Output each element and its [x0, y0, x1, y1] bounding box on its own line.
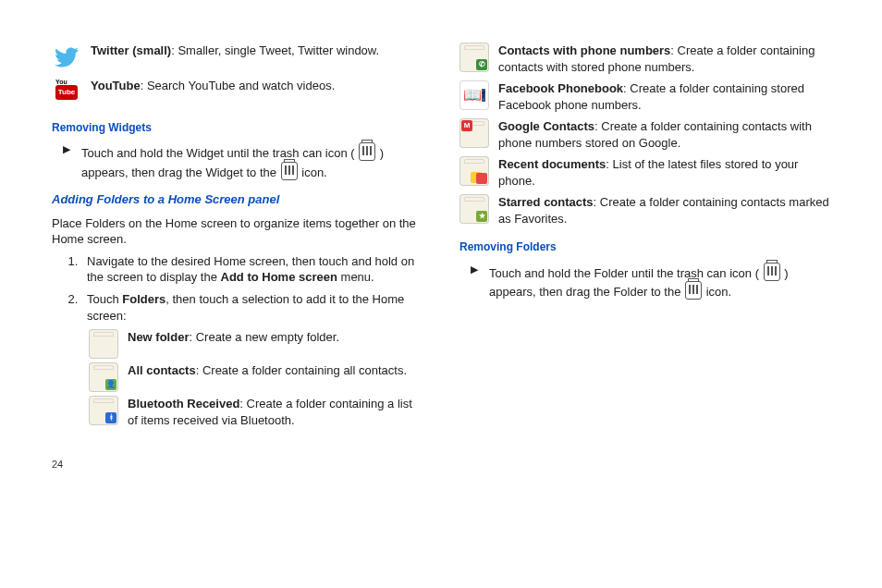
facebook-phonebook-icon: 📖f — [459, 80, 489, 110]
folder-facebook: 📖f Facebook Phonebook: Create a folder c… — [459, 80, 830, 113]
heading-removing-widgets: Removing Widgets — [52, 120, 423, 135]
new-folder-desc: : Create a new empty folder. — [189, 330, 339, 344]
widget-youtube: YouTube YouTube: Search YouTube and watc… — [52, 78, 423, 107]
rd-name: Recent documents — [498, 157, 606, 171]
trash-icon — [764, 263, 780, 281]
remove-folder-step: ▶ Touch and hold the Folder until the tr… — [471, 263, 830, 300]
youtube-desc: : Search YouTube and watch videos. — [141, 79, 336, 92]
rf-text1: Touch and hold the Folder until the tras… — [489, 266, 759, 280]
widget-twitter: Twitter (small): Smaller, single Tweet, … — [52, 43, 423, 72]
folder-all-contacts: 👤 All contacts: Create a folder containi… — [89, 362, 423, 392]
youtube-icon: YouTube — [52, 78, 81, 107]
bt-name: Bluetooth Received — [128, 397, 239, 410]
s1b: Add to Home screen — [221, 270, 337, 284]
twitter-desc: : Smaller, single Tweet, Twitter window. — [171, 43, 379, 57]
rw-text3: icon. — [301, 165, 326, 179]
left-column: Twitter (small): Smaller, single Tweet, … — [52, 37, 423, 432]
gc-name: Google Contacts — [498, 119, 594, 133]
folder-icon: ✆ — [459, 43, 489, 72]
folder-starred: ★ Starred contacts: Create a folder cont… — [459, 194, 830, 227]
trash-icon — [685, 281, 702, 300]
rw-text1: Touch and hold the Widget until the tras… — [81, 146, 355, 160]
fb-name: Facebook Phonebook — [498, 81, 623, 95]
step-1: Navigate to the desired Home screen, the… — [81, 253, 423, 286]
play-bullet-icon: ▶ — [471, 263, 489, 300]
s1c: menu. — [337, 270, 374, 284]
twitter-name: Twitter (small) — [91, 43, 171, 57]
heading-removing-folders: Removing Folders — [459, 239, 830, 254]
new-folder-name: New folder — [128, 330, 189, 344]
folder-phone-numbers: ✆ Contacts with phone numbers: Create a … — [459, 43, 830, 75]
folder-recent-docs: Recent documents: List of the latest fil… — [459, 156, 830, 189]
page-number: 24 — [52, 458, 830, 472]
folder-new: New folder: Create a new empty folder. — [89, 329, 423, 359]
play-bullet-icon: ▶ — [63, 142, 81, 180]
all-contacts-desc: : Create a folder containing all contact… — [196, 363, 407, 377]
pn-name: Contacts with phone numbers — [498, 43, 670, 57]
remove-widget-step: ▶ Touch and hold the Widget until the tr… — [63, 142, 423, 180]
trash-icon — [359, 142, 375, 161]
folder-icon: ᚼ — [89, 396, 118, 425]
all-contacts-name: All contacts — [128, 363, 196, 377]
st-name: Starred contacts — [498, 195, 594, 209]
right-column: ✆ Contacts with phone numbers: Create a … — [459, 37, 830, 432]
folder-icon — [459, 156, 489, 186]
folder-icon: M — [459, 118, 489, 148]
s2b: Folders — [122, 292, 165, 306]
trash-icon — [281, 162, 298, 180]
step-2: Touch Folders, then touch a selection to… — [81, 291, 423, 324]
adding-folders-intro: Place Folders on the Home screen to orga… — [52, 215, 423, 248]
folder-icon: 👤 — [89, 362, 118, 392]
folder-google: M Google Contacts: Create a folder conta… — [459, 118, 830, 151]
youtube-name: YouTube — [91, 79, 141, 92]
twitter-icon — [52, 43, 81, 72]
steps-list: Navigate to the desired Home screen, the… — [63, 253, 423, 324]
folder-icon — [89, 329, 118, 359]
s2a: Touch — [87, 292, 122, 306]
folder-icon: ★ — [459, 194, 489, 224]
rf-text3: icon. — [706, 285, 731, 299]
heading-adding-folders: Adding Folders to a Home Screen panel — [52, 191, 423, 208]
folder-bluetooth: ᚼ Bluetooth Received: Create a folder co… — [89, 396, 423, 428]
